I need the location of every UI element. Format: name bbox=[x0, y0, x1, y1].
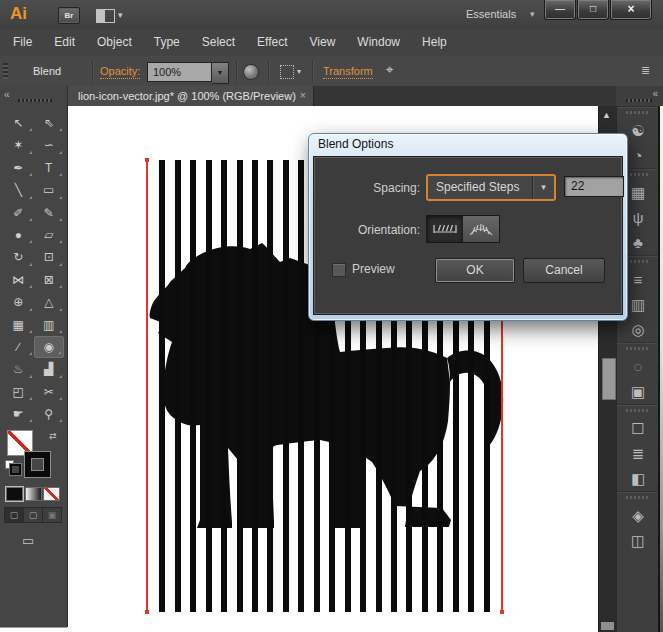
spacing-select[interactable]: Specified Steps ▾ bbox=[426, 174, 556, 201]
collapse-tools-icon[interactable]: « bbox=[4, 90, 10, 100]
menu-select[interactable]: Select bbox=[191, 30, 246, 55]
scale-tool[interactable]: ⊡ bbox=[34, 246, 65, 268]
paintbrush-tool[interactable]: ✐ bbox=[3, 202, 34, 224]
document-tab[interactable]: lion-icon-vector.jpg* @ 100% (RGB/Previe… bbox=[68, 86, 314, 106]
eyedropper-tool[interactable]: ∕ bbox=[3, 336, 34, 358]
magic-wand-tool[interactable]: ✶ bbox=[3, 134, 34, 156]
mesh-tool[interactable]: ▦ bbox=[3, 314, 34, 336]
opacity-value-field[interactable]: 100% bbox=[147, 62, 212, 82]
gradient-mode-button[interactable] bbox=[25, 487, 42, 501]
opacity-dropdown-arrow-icon[interactable]: ▾ bbox=[212, 62, 229, 84]
panel-group-grip[interactable] bbox=[617, 343, 659, 354]
draw-behind-button[interactable]: ▢ bbox=[23, 507, 43, 523]
screen-mode-button[interactable]: ▭ bbox=[22, 533, 34, 548]
menu-file[interactable]: File bbox=[2, 30, 43, 55]
align-to-page-button[interactable] bbox=[426, 215, 464, 243]
scroll-down-button[interactable] bbox=[601, 622, 614, 630]
spacing-dropdown-arrow-icon[interactable]: ▾ bbox=[532, 176, 554, 199]
select-similar-arrow-icon[interactable]: ▾ bbox=[297, 67, 301, 76]
panel-group-grip[interactable] bbox=[617, 492, 659, 503]
gradient-tool[interactable]: ▥ bbox=[34, 314, 65, 336]
workspace-arrow-icon[interactable]: ▾ bbox=[530, 9, 535, 19]
eraser-tool[interactable]: ▱ bbox=[34, 224, 65, 246]
expand-dock-icon[interactable]: « bbox=[652, 89, 658, 99]
transform-panel[interactable]: ☐ bbox=[617, 416, 659, 441]
steps-input[interactable]: 22 bbox=[564, 176, 624, 197]
hand-tool[interactable]: ☛ bbox=[3, 403, 34, 425]
opacity-link[interactable]: Opacity: bbox=[100, 65, 140, 79]
menu-help[interactable]: Help bbox=[411, 30, 458, 55]
color-mode-button[interactable] bbox=[6, 487, 23, 501]
menu-view[interactable]: View bbox=[299, 30, 347, 55]
scroll-up-arrow-icon[interactable]: ▲ bbox=[602, 110, 611, 120]
ok-button[interactable]: OK bbox=[435, 258, 515, 283]
line-segment-tool[interactable]: ╲ bbox=[3, 179, 34, 201]
control-panel-menu-icon[interactable]: ≣ bbox=[641, 64, 650, 77]
type-tool[interactable]: T bbox=[34, 157, 65, 179]
menu-edit[interactable]: Edit bbox=[43, 30, 86, 55]
blend-tool[interactable]: ◉ bbox=[34, 336, 65, 358]
column-graph-tool[interactable]: ▟ bbox=[34, 358, 65, 380]
arrange-documents-icon[interactable] bbox=[96, 9, 115, 23]
tools-panel: ↖⇖✶∽✒T╲▭✐✎●▱↻⊡⋈⊠⊕△▦▥∕◉♨▟◰✂☛⚲ ⇄ ▢ ▢ ▣ ▭ bbox=[0, 106, 68, 627]
artboard-tool[interactable]: ◰ bbox=[3, 381, 34, 403]
close-button[interactable]: × bbox=[610, 0, 652, 20]
none-mode-button[interactable] bbox=[43, 487, 60, 501]
symbol-sprayer-tool[interactable]: ♨ bbox=[3, 358, 34, 380]
slice-tool[interactable]: ✂ bbox=[34, 381, 65, 403]
stroke-swatch-black[interactable] bbox=[25, 452, 50, 477]
rectangle-tool[interactable]: ▭ bbox=[34, 179, 65, 201]
lasso-tool[interactable]: ∽ bbox=[34, 134, 65, 156]
width-tool[interactable]: ⋈ bbox=[3, 269, 34, 291]
zoom-tool[interactable]: ⚲ bbox=[34, 403, 65, 425]
panel-group-grip[interactable] bbox=[617, 405, 659, 416]
anchor-point bbox=[500, 610, 504, 614]
align-to-path-button[interactable] bbox=[463, 215, 500, 243]
dock-grip[interactable] bbox=[626, 99, 652, 102]
recolor-artwork-icon[interactable] bbox=[243, 64, 259, 80]
isolate-selected-object-icon[interactable]: ⌖ bbox=[386, 62, 393, 78]
dialog-title[interactable]: Blend Options bbox=[309, 134, 627, 155]
menu-type[interactable]: Type bbox=[143, 30, 191, 55]
pencil-tool[interactable]: ✎ bbox=[34, 202, 65, 224]
align-panel[interactable]: ≣ bbox=[617, 441, 659, 466]
cancel-button[interactable]: Cancel bbox=[523, 258, 605, 283]
preview-checkbox[interactable] bbox=[332, 263, 346, 277]
perspective-grid-tool[interactable]: △ bbox=[34, 291, 65, 313]
select-similar-icon[interactable] bbox=[280, 65, 294, 79]
maximize-button[interactable]: □ bbox=[577, 0, 609, 20]
shape-builder-tool[interactable]: ⊕ bbox=[3, 291, 34, 313]
align-to-path-icon bbox=[468, 222, 494, 236]
draw-inside-button[interactable]: ▣ bbox=[42, 507, 62, 523]
layers-panel[interactable]: ◈ bbox=[617, 503, 659, 528]
blend-stripe bbox=[237, 160, 243, 612]
artboards-panel[interactable]: ◫ bbox=[617, 528, 659, 553]
workspace-switcher[interactable]: Essentials bbox=[466, 8, 516, 20]
appearance-panel[interactable]: ◌ bbox=[617, 354, 659, 379]
swap-fill-stroke-icon[interactable]: ⇄ bbox=[49, 431, 57, 441]
blob-brush-tool[interactable]: ● bbox=[3, 224, 34, 246]
draw-normal-button[interactable]: ▢ bbox=[4, 507, 24, 523]
default-stroke-icon[interactable] bbox=[10, 464, 21, 475]
menu-effect[interactable]: Effect bbox=[246, 30, 298, 55]
graphic-styles-panel[interactable]: ▣ bbox=[617, 379, 659, 404]
menu-object[interactable]: Object bbox=[86, 30, 143, 55]
transform-link[interactable]: Transform bbox=[323, 65, 373, 79]
context-label: Blend bbox=[33, 56, 61, 86]
scrollbar-thumb[interactable] bbox=[602, 358, 616, 400]
panel-group-grip[interactable] bbox=[617, 107, 659, 118]
tab-close-icon[interactable]: × bbox=[300, 89, 306, 102]
bridge-button[interactable]: Br bbox=[58, 7, 80, 24]
pathfinder-panel[interactable]: ◧ bbox=[617, 466, 659, 491]
selection-tool[interactable]: ↖ bbox=[3, 112, 34, 134]
arrange-documents-arrow-icon[interactable]: ▾ bbox=[118, 10, 123, 20]
pen-tool[interactable]: ✒ bbox=[3, 157, 34, 179]
control-bar-grip[interactable] bbox=[3, 63, 8, 79]
menu-window[interactable]: Window bbox=[346, 30, 411, 55]
rotate-tool[interactable]: ↻ bbox=[3, 246, 34, 268]
minimize-button[interactable]: — bbox=[544, 0, 576, 20]
direct-selection-tool[interactable]: ⇖ bbox=[34, 112, 65, 134]
free-transform-tool[interactable]: ⊠ bbox=[34, 269, 65, 291]
menu-items: FileEditObjectTypeSelectEffectViewWindow… bbox=[0, 30, 663, 55]
tools-panel-grip[interactable] bbox=[18, 99, 52, 102]
